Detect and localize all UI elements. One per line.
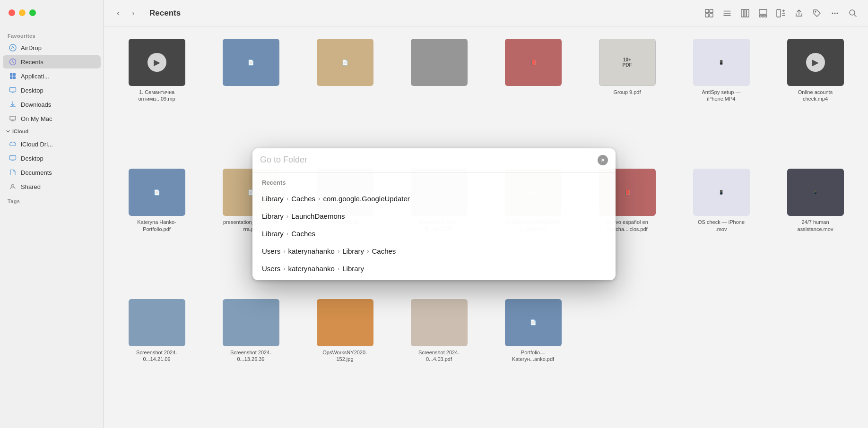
- modal-suggestion-3[interactable]: Library › Caches: [252, 225, 616, 242]
- modal-input-row: ×: [252, 148, 616, 172]
- go-to-folder-input[interactable]: [260, 155, 593, 165]
- modal-overlay: × Recents Library › Caches › com.google.…: [0, 0, 868, 428]
- modal-recents-label: Recents: [252, 172, 616, 190]
- modal-suggestion-4[interactable]: Users › katerynahanko › Library › Caches: [252, 242, 616, 260]
- modal-suggestion-1[interactable]: Library › Caches › com.google.GoogleUpda…: [252, 190, 616, 207]
- modal-suggestion-2[interactable]: Library › LaunchDaemons: [252, 207, 616, 225]
- modal-clear-button[interactable]: ×: [598, 155, 608, 165]
- go-to-folder-modal: × Recents Library › Caches › com.google.…: [252, 148, 616, 280]
- modal-suggestion-5[interactable]: Users › katerynahanko › Library: [252, 260, 616, 280]
